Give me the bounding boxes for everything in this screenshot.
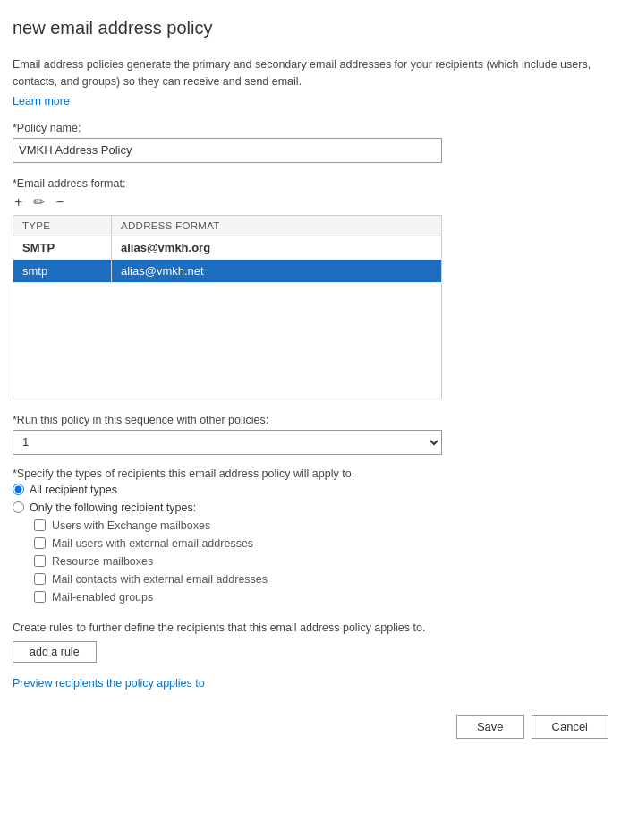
col-format-header: ADDRESS FORMAT (112, 215, 442, 236)
radio-all-input[interactable] (13, 484, 24, 495)
table-row[interactable]: smtpalias@vmkh.net (13, 259, 442, 282)
checkbox-text: Resource mailboxes (52, 555, 153, 568)
checkbox-text: Mail users with external email addresses (52, 537, 253, 550)
checkbox-text: Mail contacts with external email addres… (52, 573, 268, 586)
checkbox-label[interactable]: Mail contacts with external email addres… (34, 573, 608, 586)
checkbox-input[interactable] (34, 537, 46, 549)
policy-name-label: *Policy name: (13, 122, 608, 134)
edit-format-button[interactable]: ✏ (31, 193, 47, 211)
table-row[interactable]: SMTPalias@vmkh.org (13, 236, 442, 259)
radio-specific-label[interactable]: Only the following recipient types: (13, 501, 608, 514)
learn-more-link[interactable]: Learn more (13, 95, 70, 107)
save-button[interactable]: Save (456, 715, 524, 739)
radio-all-label[interactable]: All recipient types (13, 484, 608, 496)
email-format-toolbar: + ✏ − (13, 193, 608, 211)
checkbox-label[interactable]: Mail-enabled groups (34, 591, 608, 604)
col-type-header: TYPE (13, 215, 112, 236)
checkbox-label[interactable]: Mail users with external email addresses (34, 537, 608, 550)
checkbox-label[interactable]: Resource mailboxes (34, 555, 608, 568)
checkbox-input[interactable] (34, 519, 46, 531)
radio-all-text: All recipient types (30, 484, 117, 496)
checkbox-label[interactable]: Users with Exchange mailboxes (34, 519, 608, 532)
page-title: new email address policy (13, 18, 608, 39)
cancel-button[interactable]: Cancel (532, 715, 608, 739)
sequence-select[interactable]: 12345 (13, 430, 442, 455)
address-format-table: TYPE ADDRESS FORMAT SMTPalias@vmkh.orgsm… (13, 215, 442, 399)
remove-format-button[interactable]: − (54, 193, 65, 211)
rules-description: Create rules to further define the recip… (13, 621, 608, 634)
description-text: Email address policies generate the prim… (13, 56, 608, 90)
checkbox-input[interactable] (34, 591, 46, 603)
recipient-type-checkboxes: Users with Exchange mailboxesMail users … (34, 519, 608, 604)
radio-specific-input[interactable] (13, 501, 24, 513)
checkbox-input[interactable] (34, 555, 46, 567)
checkbox-text: Users with Exchange mailboxes (52, 519, 210, 532)
preview-link[interactable]: Preview recipients the policy applies to (13, 677, 608, 690)
email-format-label: *Email address format: (13, 177, 608, 190)
checkbox-input[interactable] (34, 573, 46, 585)
checkbox-text: Mail-enabled groups (52, 591, 153, 604)
add-format-button[interactable]: + (13, 193, 24, 211)
add-rule-button[interactable]: add a rule (13, 641, 97, 663)
sequence-label: *Run this policy in this sequence with o… (13, 414, 608, 426)
policy-name-input[interactable] (13, 138, 442, 163)
recipient-types-label: *Specify the types of recipients this em… (13, 467, 608, 480)
radio-specific-text: Only the following recipient types: (30, 501, 196, 514)
